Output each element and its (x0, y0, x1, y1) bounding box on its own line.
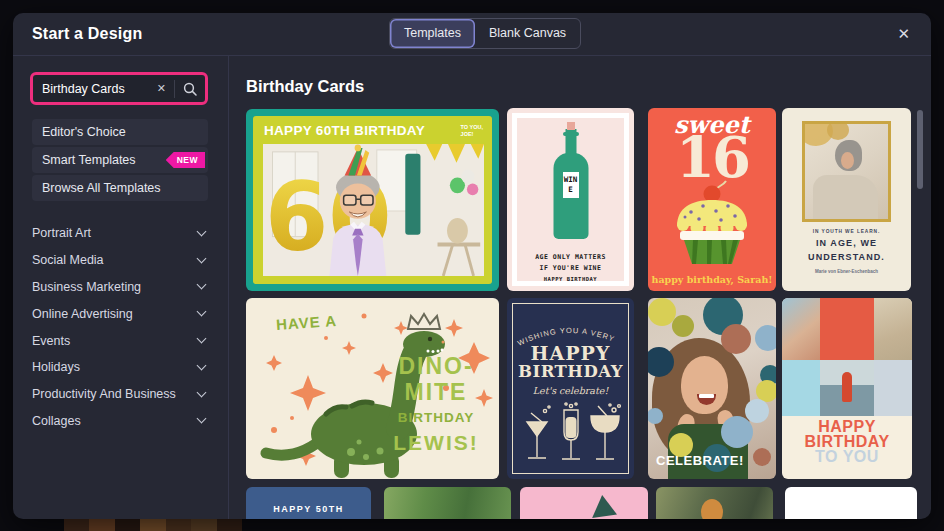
quote-attribution: Marie von Ebner-Eschenbach (782, 269, 911, 274)
sidebar-category-holidays[interactable]: Holidays (32, 354, 208, 381)
search-input[interactable] (33, 82, 149, 96)
category-label: Events (32, 334, 70, 348)
confetti-dot (672, 315, 694, 337)
collage-block (820, 298, 874, 360)
template-card-trees-photo[interactable] (384, 487, 511, 519)
card-text: AGE ONLY MATTERS IF YOU'RE WINE (507, 252, 634, 274)
sidebar-category-collages[interactable]: Collages (32, 408, 208, 435)
collage-photo (820, 360, 874, 416)
header-divider (13, 55, 931, 56)
card-script-text: Let's celebrate! (507, 385, 634, 396)
category-label: Holidays (32, 360, 80, 374)
template-card-celebrate[interactable]: CELEBRATE! (648, 298, 776, 479)
background-page-peek (64, 519, 242, 531)
category-label: Portrait Art (32, 226, 91, 240)
category-label: Collages (32, 414, 81, 428)
clear-search-icon[interactable]: ✕ (149, 82, 174, 95)
collage-photo (874, 298, 912, 360)
sidebar-item-label: Browse All Templates (42, 181, 161, 195)
category-list: Portrait Art Social Media Business Marke… (32, 220, 208, 434)
sidebar-item-editors-choice[interactable]: Editor's Choice (32, 119, 208, 145)
tab-templates[interactable]: Templates (390, 19, 475, 48)
sidebar-category-productivity-and-business[interactable]: Productivity And Business (32, 381, 208, 408)
category-label: Social Media (32, 253, 104, 267)
template-card-wine[interactable]: WINE AGE ONLY MATTERS IF YOU'RE WINE HAP… (507, 108, 634, 291)
search-separator (174, 80, 175, 98)
card-main-text: DINO- MITE BIRTHDAY LEWIS! (381, 354, 491, 455)
collage-block (874, 360, 912, 416)
card-title-line2: BIRTHDAY (507, 362, 634, 381)
glasses-illustration (519, 402, 623, 472)
sidebar-divider (228, 55, 229, 519)
template-card-age-quote[interactable]: IN YOUTH WE LEARN. IN AGE, WE UNDERSTAND… (782, 108, 911, 291)
close-icon[interactable]: ✕ (893, 23, 914, 45)
card-title-line1: HAPPY (507, 342, 634, 364)
sidebar-item-label: Editor's Choice (42, 125, 126, 139)
quote-line-main: IN AGE, WE UNDERSTAND. (782, 237, 911, 264)
modal-title: Start a Design (32, 25, 142, 43)
chevron-down-icon (197, 360, 207, 370)
chevron-down-icon (197, 307, 207, 317)
chevron-down-icon (197, 280, 207, 290)
card-title-text: HAPPY 60TH BIRTHDAY (264, 123, 425, 138)
sidebar-item-browse-all-templates[interactable]: Browse All Templates (32, 175, 208, 201)
template-card-sweet-16[interactable]: sweet 16 happy birthday, (648, 108, 776, 291)
scrollbar-thumb[interactable] (917, 110, 923, 189)
chevron-down-icon (197, 334, 207, 344)
search-box: ✕ (30, 72, 208, 105)
cupcake-illustration (669, 175, 755, 269)
template-card-champagne[interactable]: WISHING YOU A VERY HAPPY BIRTHDAY Let's … (507, 298, 634, 479)
template-card-dino[interactable]: HAVE A DINO- MITE BIRTHDAY LEWIS! (246, 298, 499, 479)
start-a-design-modal: Start a Design Templates Blank Canvas ✕ … (13, 13, 931, 519)
collage-block (782, 360, 820, 416)
chevron-down-icon (197, 226, 207, 236)
new-badge: NEW (166, 152, 205, 168)
template-card-pink-fin[interactable] (520, 487, 648, 519)
quote-line-small: IN YOUTH WE LEARN. (782, 229, 911, 234)
sidebar-category-social-media[interactable]: Social Media (32, 247, 208, 274)
card-greeting-text: happy birthday, Sarah! (648, 274, 776, 285)
sidebar-item-smart-templates[interactable]: Smart Templates NEW (32, 147, 208, 173)
card-caption-text: CELEBRATE! (656, 453, 744, 468)
category-label: Online Advertising (32, 307, 133, 321)
chevron-down-icon (197, 253, 207, 263)
template-photo: 60 (263, 144, 484, 276)
category-label: Productivity And Business (32, 387, 176, 401)
sidebar-category-business-marketing[interactable]: Business Marketing (32, 274, 208, 301)
tab-blank-canvas[interactable]: Blank Canvas (475, 19, 580, 48)
template-card-nature-photo[interactable] (656, 487, 773, 519)
confetti-dot (745, 399, 769, 423)
confetti-dot (721, 416, 753, 448)
page-title: Birthday Cards (246, 77, 364, 96)
template-card-white[interactable] (785, 487, 917, 519)
card-footer-text: HAPPY BIRTHDAY (507, 276, 634, 282)
wine-bottle-label: WINE (563, 172, 579, 198)
confetti-dot (755, 325, 776, 351)
search-icon[interactable] (183, 82, 197, 96)
card-number-16: 16 (648, 135, 776, 180)
sidebar-item-label: Smart Templates (42, 153, 136, 167)
fin-shape (590, 495, 617, 518)
category-label: Business Marketing (32, 280, 141, 294)
sidebar-category-events[interactable]: Events (32, 327, 208, 354)
template-card-happy-50th[interactable]: HAPPY 50TH (246, 487, 371, 519)
figure-shape (701, 499, 723, 519)
sidebar-category-portrait-art[interactable]: Portrait Art (32, 220, 208, 247)
template-card-collage[interactable]: HAPPY BIRTHDAY TO YOU (782, 298, 912, 479)
card-caption-text: HAPPY 50TH (246, 504, 371, 514)
view-tabs: Templates Blank Canvas (389, 18, 581, 49)
confetti-dot (753, 448, 771, 466)
sidebar-category-online-advertising[interactable]: Online Advertising (32, 300, 208, 327)
card-subtitle-text: TO YOU, JOE! (461, 124, 483, 138)
confetti-dot (721, 324, 751, 354)
chevron-down-icon (197, 387, 207, 397)
card-artwork: HAPPY 60TH BIRTHDAY TO YOU, JOE! (253, 116, 492, 284)
collage-photo (782, 298, 820, 360)
card-caption-text: HAPPY BIRTHDAY TO YOU (782, 416, 912, 479)
chevron-down-icon (197, 414, 207, 424)
template-photo (802, 121, 891, 222)
template-card-happy-60th[interactable]: HAPPY 60TH BIRTHDAY TO YOU, JOE! (246, 109, 499, 291)
